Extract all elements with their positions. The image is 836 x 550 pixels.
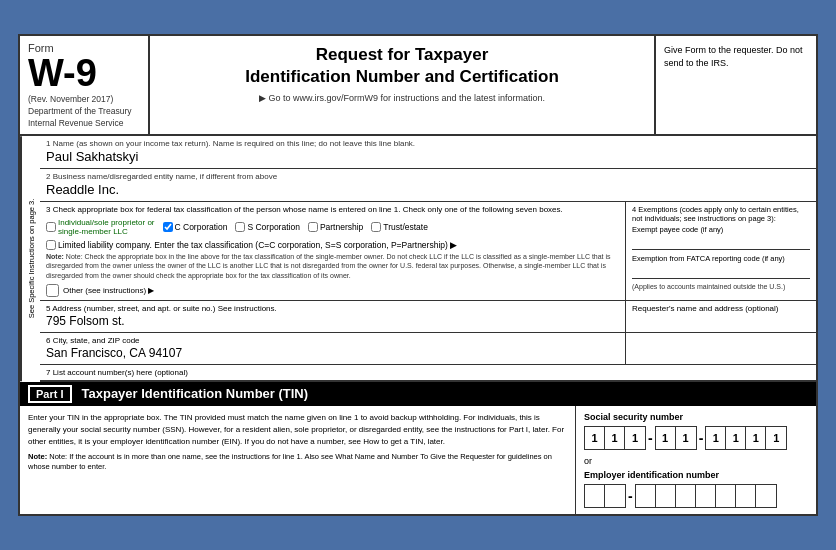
exempt-fatca-line[interactable] <box>632 265 810 279</box>
llc-label: Limited liability company. Enter the tax… <box>58 240 457 250</box>
c-corp-checkbox-item[interactable]: C Corporation <box>163 222 228 232</box>
trust-label: Trust/estate <box>383 222 428 232</box>
address-section: 5 Address (number, street, and apt. or s… <box>40 301 816 333</box>
line5-value[interactable]: 795 Folsom st. <box>46 313 619 329</box>
ssn-digit-5: 1 <box>676 427 696 449</box>
line7-field: 7 List account number(s) here (optional) <box>40 365 816 382</box>
tin-instructions: Enter your TIN in the appropriate box. T… <box>20 406 576 514</box>
requesters-label: Requester's name and address (optional) <box>632 304 810 313</box>
form-rev: (Rev. November 2017) <box>28 94 140 104</box>
part1-badge: Part I <box>28 385 72 403</box>
ssn-digit-4: 1 <box>656 427 676 449</box>
exempt-payee-label: Exempt payee code (if any) <box>632 225 810 234</box>
ssn-digit-6: 1 <box>706 427 726 449</box>
line1-field: 1 Name (as shown on your income tax retu… <box>40 136 816 169</box>
city-zip-section: 6 City, state, and ZIP code San Francisc… <box>40 333 816 365</box>
tax-class-left: 3 Check appropriate box for federal tax … <box>40 202 626 299</box>
ein-label: Employer identification number <box>584 470 808 480</box>
individual-checkbox[interactable] <box>46 222 56 232</box>
checkbox-row: Individual/sole proprietor orsingle-memb… <box>46 218 619 236</box>
ssn-dash-1: - <box>648 430 653 446</box>
llc-note: Note: Note: Check the appropriate box in… <box>46 252 619 279</box>
partnership-checkbox[interactable] <box>308 222 318 232</box>
exempt-fatca-label: Exemption from FATCA reporting code (if … <box>632 254 810 263</box>
exemptions-block: 4 Exemptions (codes apply only to certai… <box>626 202 816 299</box>
ssn-group2: 1 1 <box>655 426 697 450</box>
c-corp-label: C Corporation <box>175 222 228 232</box>
line2-field: 2 Business name/disregarded entity name,… <box>40 169 816 202</box>
ein-digit-3 <box>636 485 656 507</box>
ein-digit-8 <box>736 485 756 507</box>
c-corp-checkbox[interactable] <box>163 222 173 232</box>
form-irs: Internal Revenue Service <box>28 118 140 128</box>
line6-field: 6 City, state, and ZIP code San Francisc… <box>40 333 626 364</box>
trust-checkbox[interactable] <box>371 222 381 232</box>
exempt-payee-line[interactable] <box>632 236 810 250</box>
requesters-address <box>626 333 816 364</box>
line6-label: 6 City, state, and ZIP code <box>46 336 619 345</box>
trust-checkbox-item[interactable]: Trust/estate <box>371 222 428 232</box>
ein-group1 <box>584 484 626 508</box>
form-title-block: Request for Taxpayer Identification Numb… <box>150 36 656 134</box>
llc-checkbox-item[interactable]: Limited liability company. Enter the tax… <box>46 240 619 250</box>
line2-value[interactable]: Readdle Inc. <box>46 181 810 198</box>
part1-title: Taxpayer Identification Number (TIN) <box>82 386 309 401</box>
llc-section: Limited liability company. Enter the tax… <box>46 240 619 279</box>
individual-checkbox-item[interactable]: Individual/sole proprietor orsingle-memb… <box>46 218 155 236</box>
individual-label: Individual/sole proprietor orsingle-memb… <box>58 218 155 236</box>
requesters-block: Requester's name and address (optional) <box>626 301 816 332</box>
form-id-block: Form W-9 (Rev. November 2017) Department… <box>20 36 150 134</box>
tax-class-section: 3 Check appropriate box for federal tax … <box>40 202 816 300</box>
line1-value[interactable]: Paul Sakhatskyi <box>46 148 810 165</box>
ssn-digit-2: 1 <box>605 427 625 449</box>
ssn-digit-9: 1 <box>766 427 786 449</box>
form-title: Request for Taxpayer Identification Numb… <box>160 44 644 88</box>
form-goto: ▶ Go to www.irs.gov/FormW9 for instructi… <box>160 93 644 103</box>
ssn-group1: 1 1 1 <box>584 426 646 450</box>
line5-field: 5 Address (number, street, and apt. or s… <box>40 301 626 332</box>
other-row: Other (see instructions) ▶ <box>46 284 619 297</box>
ein-boxes: - <box>584 484 808 508</box>
tin-boxes: Social security number 1 1 1 - 1 1 - 1 1… <box>576 406 816 514</box>
ssn-digit-3: 1 <box>625 427 645 449</box>
ssn-boxes: 1 1 1 - 1 1 - 1 1 1 1 <box>584 426 808 450</box>
s-corp-checkbox-item[interactable]: S Corporation <box>235 222 299 232</box>
ein-dash: - <box>628 488 633 504</box>
line7-label: 7 List account number(s) here (optional) <box>46 368 188 377</box>
partnership-checkbox-item[interactable]: Partnership <box>308 222 363 232</box>
partnership-label: Partnership <box>320 222 363 232</box>
line3-label: 3 Check appropriate box for federal tax … <box>46 205 619 214</box>
or-text: or <box>584 456 808 466</box>
line5-label: 5 Address (number, street, and apt. or s… <box>46 304 619 313</box>
s-corp-checkbox[interactable] <box>235 222 245 232</box>
ssn-digit-8: 1 <box>746 427 766 449</box>
tin-body-text: Enter your TIN in the appropriate box. T… <box>28 412 567 448</box>
form-body: See Specific Instructions on page 3. 1 N… <box>20 136 816 381</box>
form-header: Form W-9 (Rev. November 2017) Department… <box>20 36 816 136</box>
line1-label: 1 Name (as shown on your income tax retu… <box>46 139 810 148</box>
ein-digit-9 <box>756 485 776 507</box>
ein-digit-5 <box>676 485 696 507</box>
ssn-label: Social security number <box>584 412 808 422</box>
form-department: Department of the Treasury <box>28 106 140 116</box>
part1-header: Part I Taxpayer Identification Number (T… <box>20 382 816 406</box>
exemptions-main-label: 4 Exemptions (codes apply only to certai… <box>632 205 810 223</box>
part1-body: Enter your TIN in the appropriate box. T… <box>20 406 816 514</box>
ein-digit-2 <box>605 485 625 507</box>
other-checkbox[interactable] <box>46 284 59 297</box>
form-number: W-9 <box>28 54 140 92</box>
ein-digit-4 <box>656 485 676 507</box>
ein-digit-7 <box>716 485 736 507</box>
ein-digit-6 <box>696 485 716 507</box>
ssn-digit-1: 1 <box>585 427 605 449</box>
fatca-note: (Applies to accounts maintained outside … <box>632 283 810 290</box>
ein-digit-1 <box>585 485 605 507</box>
llc-checkbox[interactable] <box>46 240 56 250</box>
ssn-group3: 1 1 1 1 <box>705 426 787 450</box>
line2-label: 2 Business name/disregarded entity name,… <box>46 172 810 181</box>
line6-value[interactable]: San Francisco, CA 94107 <box>46 345 619 361</box>
w9-form: Form W-9 (Rev. November 2017) Department… <box>18 34 818 515</box>
s-corp-label: S Corporation <box>247 222 299 232</box>
tin-note: Note: Note: If the account is in more th… <box>28 452 567 473</box>
main-fields: 1 Name (as shown on your income tax retu… <box>40 136 816 381</box>
